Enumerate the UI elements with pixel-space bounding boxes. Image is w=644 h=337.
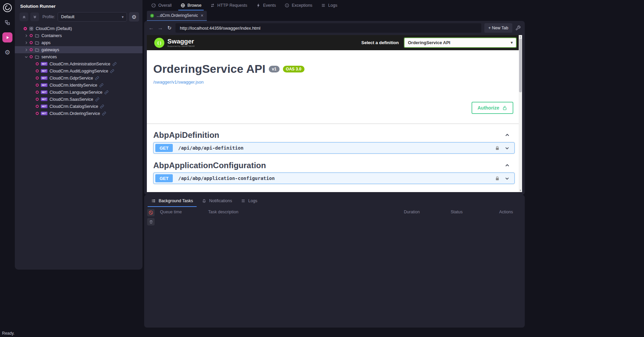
folder-icon xyxy=(35,40,39,45)
tree-item-service[interactable]: NET CloudCrm.OrderingService xyxy=(15,110,142,117)
solution-tree: CloudCrm (Default) Containers apps gatew… xyxy=(15,25,142,117)
chevron-right-icon[interactable] xyxy=(24,41,29,45)
collapse-all-button[interactable] xyxy=(20,12,28,21)
double-chevron-up-icon xyxy=(22,15,26,19)
solution-runner-button[interactable] xyxy=(2,32,12,42)
settings-gear-icon[interactable]: ⚙ xyxy=(2,47,12,57)
tree-item-service[interactable]: NET CloudCrm.GdprService xyxy=(15,74,142,82)
browser-tab[interactable]: { ...dCrm.OrderingService × xyxy=(147,11,207,21)
section-abp-api-definition[interactable]: AbpApiDefinition xyxy=(153,128,515,142)
expand-operation-icon[interactable] xyxy=(505,176,510,181)
tab-notifications[interactable]: Notifications xyxy=(197,195,236,207)
tab-exceptions[interactable]: Exceptions xyxy=(280,0,317,10)
scroll-up-icon[interactable]: ▲ xyxy=(519,35,521,38)
chevron-right-icon[interactable] xyxy=(24,48,29,52)
tree-item-apps[interactable]: apps xyxy=(15,39,142,46)
lines-icon xyxy=(321,3,326,8)
status-ring-icon xyxy=(30,41,33,44)
main-area: Overall Browse HTTP Requests Events Exce… xyxy=(144,0,525,330)
tab-overall[interactable]: Overall xyxy=(147,0,176,10)
status-ring-icon xyxy=(36,62,39,65)
tree-item-gateways[interactable]: gateways xyxy=(15,46,142,53)
swagger-favicon-icon: { xyxy=(150,14,154,18)
tree-item-service[interactable]: NET CloudCrm.CatalogService xyxy=(15,103,142,110)
tab-logs[interactable]: Logs xyxy=(317,0,342,10)
dotnet-badge: NET xyxy=(41,97,47,101)
api-title-row: OrderingService API v1 OAS 3.0 xyxy=(153,62,522,75)
url-input[interactable] xyxy=(175,23,481,33)
tree-item-label: CloudCrm.AuditLoggingService xyxy=(50,69,108,73)
link-icon xyxy=(99,83,103,87)
swap-arrows-icon xyxy=(210,3,215,8)
definition-select[interactable]: OrderingService API ▾ xyxy=(404,37,517,48)
collapse-section-icon[interactable] xyxy=(505,132,510,138)
forward-button[interactable]: → xyxy=(157,25,163,31)
solution-grid-icon xyxy=(29,26,34,31)
scheme-divider xyxy=(147,123,522,124)
panel-title: Solution Runner xyxy=(15,0,142,11)
operation-get-application-configuration[interactable]: GET /api/abp/application-configuration xyxy=(153,173,515,184)
tree-item-service[interactable]: NET CloudCrm.LanguageService xyxy=(15,89,142,96)
back-button[interactable]: ← xyxy=(148,25,154,31)
method-badge: GET xyxy=(155,144,173,152)
lines-icon xyxy=(241,198,246,203)
section-title: AbpApplicationConfiguration xyxy=(153,161,266,170)
tab-browse[interactable]: Browse xyxy=(176,0,206,10)
swagger-json-link[interactable]: /swagger/v1/swagger.json xyxy=(153,80,204,85)
browser-scrollbar[interactable]: ▲ ▼ xyxy=(519,35,522,192)
tree-item-service[interactable]: NET CloudCrm.AdministrationService xyxy=(15,60,142,67)
collapse-section-icon[interactable] xyxy=(505,163,510,168)
dotnet-badge: NET xyxy=(41,112,47,115)
operation-path: /api/abp/application-configuration xyxy=(178,176,275,181)
app-logo-icon[interactable] xyxy=(2,3,12,13)
definition-select-value: OrderingService API xyxy=(408,40,450,45)
browser-tab-strip: { ...dCrm.OrderingService × xyxy=(147,11,207,21)
refresh-button[interactable]: ↻ xyxy=(166,25,172,31)
column-actions: Actions xyxy=(499,210,513,214)
tree-item-root[interactable]: CloudCrm (Default) xyxy=(15,25,142,32)
tree-item-label: gateways xyxy=(41,48,59,52)
swagger-brand: Swagger xyxy=(167,38,195,44)
solution-explorer-icon[interactable] xyxy=(2,18,12,28)
tree-item-service[interactable]: NET CloudCrm.AuditLoggingService xyxy=(15,67,142,74)
tree-item-services[interactable]: services xyxy=(15,53,142,60)
browser-viewport: { } Swagger Supported by SMARTBEAR Selec… xyxy=(147,35,522,192)
operation-get-api-definition[interactable]: GET /api/abp/api-definition xyxy=(153,142,515,154)
status-ring-icon xyxy=(30,55,33,58)
tab-events[interactable]: Events xyxy=(252,0,280,10)
bell-icon xyxy=(202,198,206,203)
tree-item-containers[interactable]: Containers xyxy=(15,32,142,39)
unlock-icon xyxy=(502,105,507,111)
section-abp-application-configuration[interactable]: AbpApplicationConfiguration xyxy=(153,158,515,173)
swagger-logo-icon: { } xyxy=(154,38,164,48)
profile-row: Profile: Default ▾ ⚙ xyxy=(15,11,142,24)
expand-all-button[interactable] xyxy=(30,12,39,21)
close-tab-icon[interactable]: × xyxy=(201,13,203,18)
swagger-brand-sub: Supported by SMARTBEAR xyxy=(167,45,195,47)
authorize-button[interactable]: Authorize xyxy=(472,102,513,114)
tree-item-service[interactable]: NET CloudCrm.IdentityService xyxy=(15,82,142,89)
status-ring-icon xyxy=(30,48,33,51)
tree-item-service[interactable]: NET CloudCrm.SaasService xyxy=(15,96,142,103)
scroll-down-icon[interactable]: ▼ xyxy=(519,189,521,192)
lock-icon[interactable] xyxy=(495,146,500,151)
clear-tasks-button[interactable] xyxy=(147,218,155,225)
profile-settings-button[interactable]: ⚙ xyxy=(129,12,139,22)
scrollbar-thumb[interactable] xyxy=(519,38,522,92)
lightning-icon xyxy=(256,3,261,8)
devtools-wrench-icon[interactable] xyxy=(515,25,521,31)
profile-select[interactable]: Default ▾ xyxy=(58,12,127,22)
chevron-down-icon[interactable] xyxy=(24,55,29,59)
tab-http-requests[interactable]: HTTP Requests xyxy=(206,0,252,10)
chevron-down-icon: ▾ xyxy=(511,40,513,45)
tasks-table-header: Queue time Task description Duration Sta… xyxy=(144,210,525,216)
status-ring-icon xyxy=(36,69,39,72)
oas-badge: OAS 3.0 xyxy=(283,66,304,72)
tab-bottom-logs[interactable]: Logs xyxy=(236,195,262,207)
tab-background-tasks[interactable]: Background Tasks xyxy=(147,195,197,207)
tree-item-label: CloudCrm.AdministrationService xyxy=(50,62,110,66)
lock-icon[interactable] xyxy=(495,176,500,181)
new-tab-button[interactable]: + New Tab xyxy=(484,23,512,33)
expand-operation-icon[interactable] xyxy=(505,146,510,151)
chevron-right-icon[interactable] xyxy=(24,34,29,38)
